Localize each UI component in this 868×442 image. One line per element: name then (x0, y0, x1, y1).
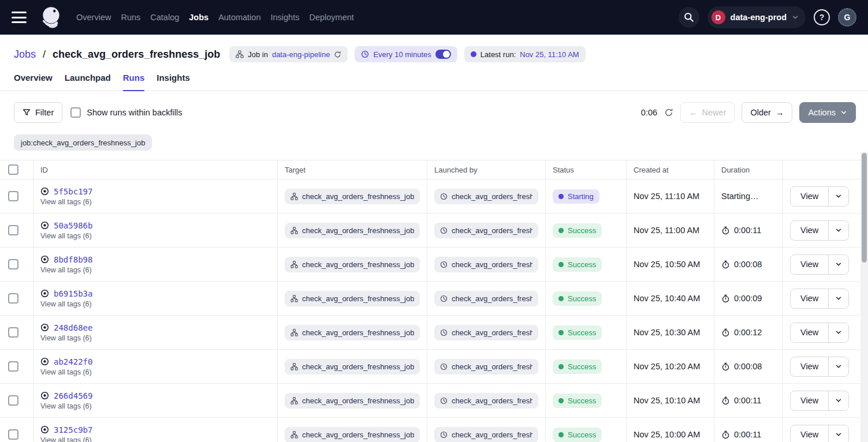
nav-item-catalog[interactable]: Catalog (150, 13, 179, 22)
vertical-scrollbar[interactable] (860, 152, 868, 442)
launched-by-pill[interactable]: check_avg_orders_freshn… (434, 189, 538, 204)
nav-item-deployment[interactable]: Deployment (309, 13, 353, 22)
run-id-link[interactable]: b6915b3a (54, 289, 92, 298)
duration-value: 0:00:11 (734, 430, 761, 439)
row-checkbox[interactable] (8, 361, 18, 372)
nav-item-jobs[interactable]: Jobs (189, 13, 208, 22)
view-all-tags-link[interactable]: View all tags (6) (40, 232, 92, 240)
menu-hamburger-button[interactable] (12, 12, 28, 23)
select-all-checkbox[interactable] (8, 164, 18, 175)
tab-runs[interactable]: Runs (123, 73, 145, 91)
view-split-button: View (790, 220, 849, 241)
view-split-button: View (790, 391, 849, 411)
target-pill[interactable]: check_avg_orders_freshness_job (285, 189, 420, 204)
backfills-checkbox[interactable] (70, 107, 81, 118)
target-pill[interactable]: check_avg_orders_freshness_job (285, 393, 420, 409)
launched-by-pill[interactable]: check_avg_orders_freshn… (434, 291, 538, 306)
status-label: Success (568, 294, 596, 303)
view-button[interactable]: View (791, 323, 828, 342)
view-all-tags-link[interactable]: View all tags (6) (40, 266, 92, 274)
target-pill[interactable]: check_avg_orders_freshness_job (285, 223, 420, 238)
run-id-link[interactable]: 3125c9b7 (54, 425, 92, 434)
view-all-tags-link[interactable]: View all tags (6) (40, 334, 92, 342)
actions-button[interactable]: Actions (799, 102, 856, 123)
filter-button[interactable]: Filter (14, 102, 62, 123)
view-button[interactable]: View (791, 255, 828, 274)
run-id-link[interactable]: 50a5986b (54, 221, 92, 230)
view-all-tags-link[interactable]: View all tags (6) (40, 300, 92, 308)
view-button[interactable]: View (791, 221, 828, 240)
newer-button[interactable]: ← Newer (680, 102, 735, 123)
nav-item-automation[interactable]: Automation (218, 13, 260, 22)
nav-item-insights[interactable]: Insights (270, 13, 299, 22)
view-dropdown-button[interactable] (829, 357, 848, 376)
status-badge: Success (553, 291, 602, 306)
job-filter-tag[interactable]: job:check_avg_orders_freshness_job (14, 134, 152, 151)
search-button[interactable] (679, 7, 699, 28)
view-dropdown-button[interactable] (829, 289, 848, 308)
target-pill[interactable]: check_avg_orders_freshness_job (285, 291, 420, 306)
refresh-icon[interactable] (664, 108, 673, 117)
view-button[interactable]: View (791, 357, 828, 376)
view-all-tags-link[interactable]: View all tags (6) (40, 198, 92, 206)
header-launched-by: Launched by (427, 160, 546, 179)
workspace-switcher[interactable]: D data-eng-prod (707, 6, 806, 28)
schedule-label: Every 10 minutes (373, 50, 431, 59)
view-button[interactable]: View (791, 425, 828, 442)
tab-overview[interactable]: Overview (14, 73, 53, 91)
row-checkbox[interactable] (8, 327, 18, 338)
view-all-tags-link[interactable]: View all tags (6) (40, 436, 92, 442)
scrollbar-thumb[interactable] (862, 153, 867, 263)
view-button[interactable]: View (791, 187, 828, 206)
view-dropdown-button[interactable] (829, 425, 848, 442)
breadcrumb-jobs-link[interactable]: Jobs (14, 48, 36, 61)
run-id-link[interactable]: 5f5bc197 (54, 187, 92, 196)
view-all-tags-link[interactable]: View all tags (6) (40, 368, 92, 376)
row-checkbox[interactable] (8, 429, 18, 440)
latest-run-link[interactable]: Nov 25, 11:10 AM (520, 50, 579, 59)
launched-by-pill[interactable]: check_avg_orders_freshn… (434, 257, 538, 272)
run-id-link[interactable]: 248d68ee (54, 323, 92, 332)
help-button[interactable]: ? (814, 9, 830, 25)
launched-by-pill[interactable]: check_avg_orders_freshn… (434, 325, 538, 340)
view-button[interactable]: View (791, 289, 828, 308)
breadcrumb-separator: / (43, 48, 46, 61)
view-dropdown-button[interactable] (829, 391, 848, 410)
view-split-button: View (790, 289, 849, 309)
run-id-link[interactable]: 266d4569 (54, 391, 92, 400)
row-checkbox[interactable] (8, 191, 18, 201)
run-id-link[interactable]: ab2422f0 (54, 357, 92, 366)
schedule-badge[interactable]: Every 10 minutes (355, 46, 457, 62)
target-pill[interactable]: check_avg_orders_freshness_job (285, 325, 420, 340)
target-pill[interactable]: check_avg_orders_freshness_job (285, 257, 420, 272)
row-checkbox[interactable] (8, 259, 18, 269)
launched-by-pill[interactable]: check_avg_orders_freshn… (434, 393, 538, 409)
view-button[interactable]: View (791, 391, 828, 410)
nav-item-runs[interactable]: Runs (121, 13, 140, 22)
view-all-tags-link[interactable]: View all tags (6) (40, 402, 92, 410)
pipeline-link[interactable]: data-eng-pipeline (272, 50, 330, 59)
user-avatar[interactable]: G (838, 8, 856, 27)
view-dropdown-button[interactable] (829, 187, 848, 206)
run-id-link[interactable]: 8bdf8b98 (54, 255, 92, 264)
view-dropdown-button[interactable] (829, 221, 848, 240)
tab-launchpad[interactable]: Launchpad (65, 73, 111, 91)
status-label: Success (568, 362, 596, 371)
run-target-icon (40, 289, 49, 298)
nav-item-overview[interactable]: Overview (76, 13, 111, 22)
older-button[interactable]: Older → (742, 102, 792, 123)
schedule-toggle[interactable] (435, 50, 451, 59)
launched-by-pill[interactable]: check_avg_orders_freshn… (434, 427, 538, 442)
reload-repo-icon[interactable] (334, 51, 341, 58)
row-checkbox[interactable] (8, 395, 18, 406)
dagster-logo[interactable] (39, 5, 64, 29)
tab-insights[interactable]: Insights (157, 73, 190, 91)
launched-by-pill[interactable]: check_avg_orders_freshn… (434, 359, 538, 374)
launched-by-pill[interactable]: check_avg_orders_freshn… (434, 223, 538, 238)
row-checkbox[interactable] (8, 293, 18, 304)
view-dropdown-button[interactable] (829, 255, 848, 274)
target-pill[interactable]: check_avg_orders_freshness_job (285, 359, 420, 374)
row-checkbox[interactable] (8, 225, 18, 235)
target-pill[interactable]: check_avg_orders_freshness_job (285, 427, 420, 442)
view-dropdown-button[interactable] (829, 323, 848, 342)
